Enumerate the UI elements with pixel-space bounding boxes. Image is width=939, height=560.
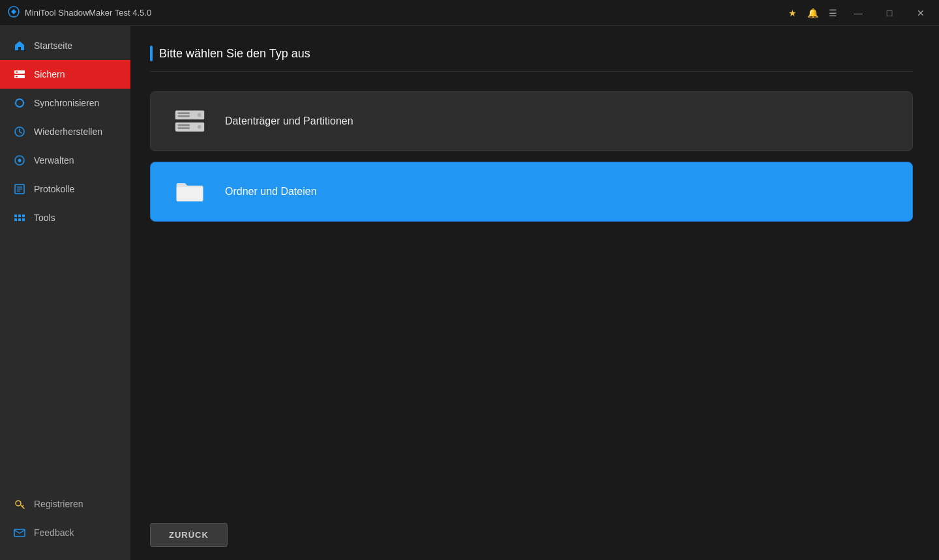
card-folders[interactable]: Ordner und Dateien: [150, 162, 913, 222]
backup-icon: [13, 68, 26, 81]
sidebar-item-protokolle[interactable]: Protokolle: [0, 175, 130, 203]
svg-rect-28: [178, 125, 190, 126]
card-disks[interactable]: Datenträger und Partitionen: [150, 91, 913, 151]
app-title: MiniTool ShadowMaker Test 4.5.0: [25, 8, 151, 18]
svg-rect-29: [178, 127, 190, 129]
sidebar-label-tools: Tools: [34, 213, 55, 223]
sidebar-label-verwalten: Verwalten: [34, 155, 74, 166]
svg-rect-18: [18, 218, 21, 221]
home-icon: [13, 39, 26, 52]
cards-container: Datenträger und Partitionen Ordner und D…: [150, 91, 913, 510]
sidebar-label-sichern: Sichern: [34, 69, 65, 80]
svg-rect-16: [22, 214, 25, 217]
back-button[interactable]: ZURÜCK: [150, 523, 228, 547]
sidebar-label-feedback: Feedback: [34, 527, 74, 538]
header-bar-accent: [150, 46, 153, 61]
bell-icon[interactable]: 🔔: [807, 8, 818, 18]
sidebar-label-synchronisieren: Synchronisieren: [34, 98, 99, 108]
svg-point-26: [198, 113, 201, 117]
close-button[interactable]: ✕: [910, 0, 931, 26]
svg-rect-4: [16, 76, 18, 78]
sidebar-label-registrieren: Registrieren: [34, 499, 83, 509]
sidebar-label-protokolle: Protokolle: [34, 184, 74, 194]
svg-point-9: [18, 159, 22, 162]
card-disks-label: Datenträger und Partitionen: [225, 115, 353, 127]
restore-icon: [13, 125, 26, 138]
svg-line-21: [22, 505, 23, 507]
sidebar-item-feedback[interactable]: Feedback: [0, 518, 130, 547]
svg-rect-15: [18, 214, 21, 217]
mail-icon: [13, 526, 26, 539]
svg-rect-14: [14, 214, 17, 217]
tools-icon: [13, 211, 26, 224]
hamburger-icon[interactable]: ☰: [829, 8, 837, 18]
svg-rect-24: [178, 112, 190, 114]
manage-icon: [13, 154, 26, 167]
main-content: Bitte wählen Sie den Typ aus: [130, 26, 939, 560]
svg-rect-17: [14, 218, 17, 221]
svg-rect-19: [22, 218, 25, 221]
page-header: Bitte wählen Sie den Typ aus: [150, 46, 913, 72]
sidebar-item-verwalten[interactable]: Verwalten: [0, 146, 130, 175]
card-folders-label: Ordner und Dateien: [225, 186, 317, 198]
sidebar: Startseite Sichern: [0, 26, 130, 560]
app-logo-icon: [8, 6, 20, 20]
page-title: Bitte wählen Sie den Typ aus: [159, 47, 310, 61]
sidebar-item-sichern[interactable]: Sichern: [0, 60, 130, 89]
key-icon: [13, 497, 26, 510]
sidebar-label-wiederherstellen: Wiederherstellen: [34, 126, 102, 137]
svg-rect-25: [178, 115, 190, 117]
sidebar-item-startseite[interactable]: Startseite: [0, 31, 130, 60]
titlebar-left: MiniTool ShadowMaker Test 4.5.0: [8, 6, 151, 20]
svg-point-20: [16, 501, 21, 506]
crown-icon[interactable]: ★: [788, 8, 797, 18]
sidebar-bottom: Registrieren Feedback: [0, 490, 130, 560]
sidebar-item-synchronisieren[interactable]: Synchronisieren: [0, 89, 130, 117]
app-body: Startseite Sichern: [0, 26, 939, 560]
sidebar-item-registrieren[interactable]: Registrieren: [0, 490, 130, 518]
main-bottom: ZURÜCK: [150, 510, 913, 547]
minimize-button[interactable]: —: [848, 0, 869, 26]
titlebar-controls: ★ 🔔 ☰ — □ ✕: [788, 0, 931, 26]
svg-point-30: [198, 125, 201, 129]
sidebar-item-wiederherstellen[interactable]: Wiederherstellen: [0, 117, 130, 146]
sidebar-nav: Startseite Sichern: [0, 31, 130, 490]
sync-icon: [13, 96, 26, 110]
maximize-button[interactable]: □: [879, 0, 900, 26]
titlebar: MiniTool ShadowMaker Test 4.5.0 ★ 🔔 ☰ — …: [0, 0, 939, 26]
log-icon: [13, 183, 26, 196]
sidebar-item-tools[interactable]: Tools: [0, 203, 130, 232]
folder-icon: [170, 175, 209, 208]
hdd-icon: [170, 105, 209, 138]
sidebar-label-startseite: Startseite: [34, 40, 72, 51]
svg-rect-3: [16, 72, 18, 73]
